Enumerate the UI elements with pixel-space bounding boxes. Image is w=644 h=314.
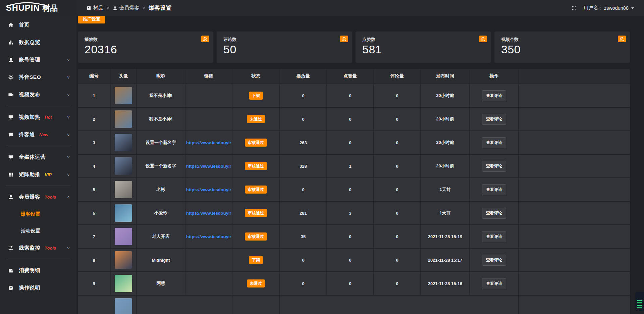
cell-link: https://www.iesdouyin.c <box>185 131 232 154</box>
breadcrumb-item-parent[interactable]: 会员爆客 <box>113 5 140 11</box>
cell-comments: 0 <box>374 178 421 201</box>
cell-id: 9 <box>78 272 111 295</box>
cell-comments: 0 <box>374 131 421 154</box>
sidebar-item-label: 全媒体运营 <box>19 154 46 161</box>
cell-id: 1 <box>78 84 111 107</box>
cell-status: 审核通过 <box>232 155 280 177</box>
cell-filler <box>519 225 630 248</box>
sidebar-item[interactable]: ? 操作说明 <box>0 279 76 297</box>
cell-plays: 0 <box>280 84 327 107</box>
video-link[interactable]: https://www.iesdouyin.c <box>186 211 231 216</box>
cell-status: 审核通过 <box>232 131 280 154</box>
cell-status: 审核通过 <box>232 178 280 201</box>
cell-filler <box>519 249 630 271</box>
video-link[interactable]: https://www.iesdouyin.c <box>186 140 231 145</box>
sidebar-subitem[interactable]: 活动设置 <box>0 222 76 239</box>
cell-action: 查看评论 <box>470 84 519 107</box>
sidebar-item[interactable]: 线索监控 Tools ∨ <box>0 239 76 257</box>
fullscreen-icon[interactable] <box>572 5 577 11</box>
view-comments-button[interactable]: 查看评论 <box>482 278 506 289</box>
view-comments-button[interactable]: 查看评论 <box>482 90 506 101</box>
stat-card: 点赞数 581 总 <box>356 32 491 63</box>
floating-helper-widget[interactable] <box>635 292 644 311</box>
username: zswodun88 <box>604 5 629 11</box>
sidebar-node: 全媒体运营 ∨ <box>0 148 76 166</box>
cell-action: 查看评论 <box>470 272 519 295</box>
table-header-row: 编号头像昵称链接状态播放量点赞量评论量发布时间操作 <box>78 69 630 84</box>
total-badge: 总 <box>201 36 209 42</box>
stat-value: 581 <box>362 43 484 56</box>
sidebar-item[interactable]: 矩阵助推 VIP ∨ <box>0 166 76 183</box>
cell-plays: 0 <box>280 108 327 130</box>
status-badge: 未通过 <box>247 279 265 287</box>
cell-action: 查看评论 <box>470 178 519 201</box>
sidebar-node: ? 操作说明 <box>0 279 76 297</box>
cell-id: 2 <box>78 108 111 130</box>
view-comments-button[interactable]: 查看评论 <box>482 161 506 172</box>
video-link[interactable]: https://www.iesdouyin.c <box>186 164 231 169</box>
stat-label: 播放数 <box>85 37 207 43</box>
cell-likes: 0 <box>327 84 374 107</box>
cell-avatar <box>111 131 137 154</box>
cell-nickname: Midnight <box>137 249 185 271</box>
videos-table: 编号头像昵称链接状态播放量点赞量评论量发布时间操作 1 我不是小帅! 下架 0 … <box>78 69 630 314</box>
sidebar-item-label: 视频加热 <box>19 114 40 121</box>
cell-status: 下架 <box>232 84 280 107</box>
user-menu[interactable]: 用户名： zswodun88 <box>584 5 634 11</box>
video-link[interactable]: https://www.iesdouyin.c <box>186 187 231 192</box>
cell-filler <box>519 296 630 314</box>
cell-id: 3 <box>78 131 111 154</box>
avatar <box>115 110 132 128</box>
cell-comments: 0 <box>374 84 421 107</box>
sidebar-item[interactable]: 账号管理 ∨ <box>0 51 76 68</box>
cell-action: 查看评论 <box>470 249 519 271</box>
view-comments-button[interactable]: 查看评论 <box>482 208 506 219</box>
sidebar-item-label: 操作说明 <box>19 284 40 292</box>
cell-id: 8 <box>78 249 111 271</box>
cell-avatar <box>111 108 137 130</box>
view-comments-button[interactable]: 查看评论 <box>482 184 506 195</box>
cell-status: 审核通过 <box>232 225 280 248</box>
stat-label: 点赞数 <box>362 37 484 43</box>
view-comments-button[interactable]: 查看评论 <box>482 231 506 242</box>
view-comments-button[interactable]: 查看评论 <box>482 114 506 125</box>
status-badge: 审核通过 <box>245 139 267 147</box>
cell-publish-time: 2021-11-28 15:19 <box>421 225 470 248</box>
cell-filler <box>519 202 630 224</box>
sidebar-item[interactable]: 抖音SEO ∨ <box>0 68 76 86</box>
sidebar-item[interactable]: 数据总览 <box>0 34 76 51</box>
widget-bars-icon <box>637 300 642 309</box>
breadcrumb-item-home[interactable]: 树品 <box>87 5 103 11</box>
view-comments-button[interactable]: 查看评论 <box>482 137 506 148</box>
dashboard-icon <box>87 6 91 10</box>
sidebar-node: 会员爆客 Tools ∧ 爆客设置活动设置 <box>0 188 76 239</box>
cell-id: 4 <box>78 155 111 177</box>
cell-plays: 0 <box>280 272 327 295</box>
view-comments-button[interactable]: 查看评论 <box>482 255 506 266</box>
sidebar-subitem[interactable]: 爆客设置 <box>0 206 76 222</box>
cell-likes: 0 <box>327 131 374 154</box>
user-icon <box>8 57 14 63</box>
sidebar-item[interactable]: 全媒体运营 ∨ <box>0 148 76 166</box>
cell-link: https://www.iesdouyin.c <box>185 155 232 177</box>
cell-link <box>185 84 232 107</box>
sidebar-item[interactable]: 消费明细 <box>0 262 76 279</box>
table-header-cell: 发布时间 <box>421 69 470 84</box>
sidebar-item[interactable]: 抖客通 New ∨ <box>0 126 76 143</box>
chevron-icon: ∨ <box>67 58 70 62</box>
table-row: 3 设置一个新名字 https://www.iesdouyin.c 审核通过 2… <box>78 131 630 154</box>
table-header-cell: 评论量 <box>374 69 421 84</box>
table-header-cell: 状态 <box>232 69 280 84</box>
sidebar-item[interactable]: 会员爆客 Tools ∧ <box>0 188 76 206</box>
cell-action: 查看评论 <box>470 131 519 154</box>
video-link[interactable]: https://www.iesdouyin.c <box>186 234 231 239</box>
cell-plays: 0 <box>280 249 327 271</box>
sidebar-item[interactable]: 首页 <box>0 16 76 34</box>
cell-publish-time: 1天前 <box>421 178 470 201</box>
sidebar-item[interactable]: 视频加热 Hot ∨ <box>0 108 76 126</box>
sidebar-item[interactable]: 视频发布 ∨ <box>0 86 76 103</box>
sidebar-node: 抖客通 New ∨ <box>0 126 76 143</box>
cell-link <box>185 249 232 271</box>
table-header-cell: 播放量 <box>280 69 327 84</box>
table-header-cell: 点赞量 <box>327 69 374 84</box>
